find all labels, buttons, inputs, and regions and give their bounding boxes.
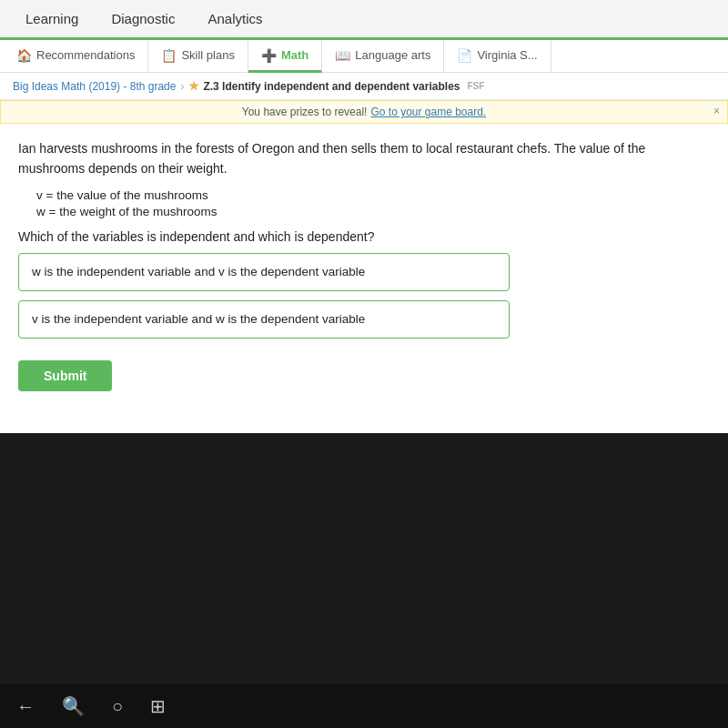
question-text: Which of the variables is independent an… — [18, 229, 710, 244]
star-icon: ★ — [188, 79, 199, 93]
fsf-badge: FSF — [467, 81, 484, 91]
variable-w-def: w = the weight of the mushrooms — [36, 205, 710, 218]
submit-button[interactable]: Submit — [18, 360, 112, 391]
tab-math[interactable]: ➕ Math — [248, 40, 322, 73]
tab-virginia[interactable]: 📄 Virginia S... — [444, 40, 551, 73]
problem-description: Ian harvests mushrooms in the forests of… — [18, 138, 710, 179]
tab-language-arts[interactable]: 📖 Language arts — [322, 40, 444, 73]
language-arts-icon: 📖 — [335, 48, 350, 63]
math-icon: ➕ — [261, 48, 277, 63]
sub-tab-bar: 🏠 Recommendations 📋 Skill plans ➕ Math 📖… — [0, 40, 728, 73]
prize-link[interactable]: Go to your game board. — [370, 106, 486, 118]
breadcrumb-separator: › — [180, 80, 184, 93]
prize-close-button[interactable]: × — [713, 105, 720, 117]
recommendations-icon: 🏠 — [16, 48, 32, 63]
prize-text: You have prizes to reveal! — [242, 106, 368, 118]
answer-choice-2[interactable]: v is the independent variable and w is t… — [18, 300, 510, 339]
main-content: Ian harvests mushrooms in the forests of… — [0, 124, 728, 433]
taskbar-home-icon[interactable]: ○ — [112, 696, 123, 717]
tab-skill-plans[interactable]: 📋 Skill plans — [148, 40, 248, 73]
taskbar: ← 🔍 ○ ⊞ — [0, 684, 728, 728]
answer-choice-1[interactable]: w is the independent variable and v is t… — [18, 253, 510, 291]
virginia-icon: 📄 — [457, 48, 472, 63]
bezel-area — [0, 433, 728, 628]
nav-diagnostic[interactable]: Diagnostic — [95, 0, 191, 40]
nav-analytics[interactable]: Analytics — [191, 0, 278, 40]
taskbar-back-button[interactable]: ← — [16, 696, 35, 717]
variable-v-def: v = the value of the mushrooms — [36, 188, 710, 202]
tab-recommendations[interactable]: 🏠 Recommendations — [4, 40, 148, 73]
taskbar-search-icon[interactable]: 🔍 — [62, 695, 85, 717]
top-nav: Learning Diagnostic Analytics — [0, 0, 728, 40]
taskbar-grid-icon[interactable]: ⊞ — [150, 695, 166, 717]
breadcrumb-topic: ★ Z.3 Identify independent and dependent… — [188, 79, 484, 93]
nav-learning[interactable]: Learning — [9, 0, 95, 40]
breadcrumb-course[interactable]: Big Ideas Math (2019) - 8th grade — [13, 80, 176, 93]
prize-banner: You have prizes to reveal! Go to your ga… — [0, 100, 728, 124]
breadcrumb: Big Ideas Math (2019) - 8th grade › ★ Z.… — [0, 73, 728, 100]
skillplans-icon: 📋 — [161, 48, 177, 63]
